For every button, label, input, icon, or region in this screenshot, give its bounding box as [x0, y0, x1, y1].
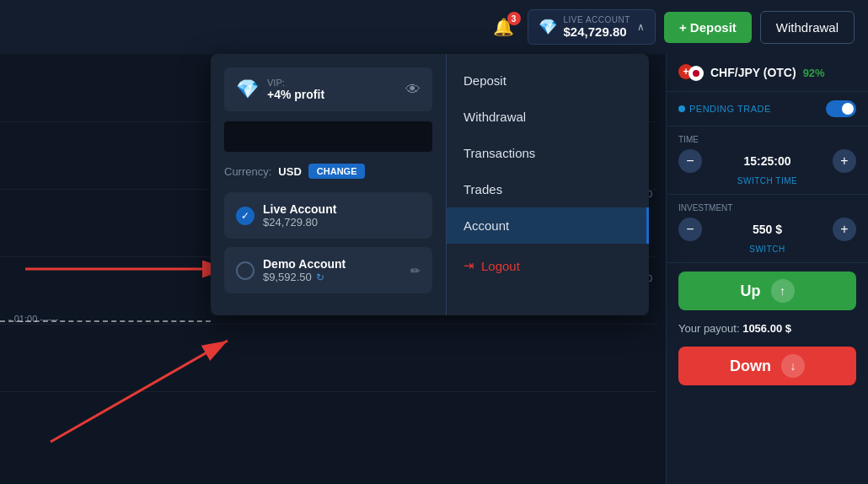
menu-item-withdrawal[interactable]: Withdrawal [447, 99, 649, 135]
eye-icon[interactable]: 👁 [405, 81, 421, 99]
switch-time-label[interactable]: SWITCH TIME [678, 176, 856, 186]
change-button[interactable]: CHANGE [308, 164, 366, 179]
withdrawal-button[interactable]: Withdrawal [760, 11, 855, 44]
menu-item-account[interactable]: Account [447, 207, 649, 244]
investment-increase-button[interactable]: + [833, 218, 856, 241]
account-dropdown-panel: 💎 VIP: +4% profit 👁 Currency: USD CHANGE… [211, 54, 649, 315]
pair-name: CHF/JPY (OTC) [710, 66, 796, 79]
investment-control-row: − 550 $ + [678, 218, 856, 241]
time-control-label: Time [678, 135, 856, 144]
dropdown-left: 💎 VIP: +4% profit 👁 Currency: USD CHANGE… [211, 54, 447, 315]
up-arrow-icon: ↑ [771, 279, 795, 303]
dropdown-right-menu: Deposit Withdrawal Transactions Trades A… [447, 54, 649, 315]
live-account-amount: $24,729.80 [263, 216, 421, 229]
time-decrease-button[interactable]: − [678, 149, 702, 173]
menu-item-deposit[interactable]: Deposit [447, 62, 649, 99]
live-account-amount: $24,729.80 [564, 24, 627, 39]
pending-trade-toggle[interactable] [826, 100, 856, 117]
pending-trade-label: PENDING TRADE [678, 104, 771, 114]
live-account-info-block: Live Account $24,729.80 [263, 202, 421, 229]
vip-diamond-icon: 💎 [236, 78, 259, 100]
grid-line [0, 391, 657, 392]
time-control-group: Time − 15:25:00 + SWITCH TIME [667, 126, 868, 195]
demo-account-amount: $9,592.50 ↻ [263, 271, 402, 283]
live-account-option[interactable]: ✓ Live Account $24,729.80 [224, 192, 432, 239]
menu-item-trades[interactable]: Trades [447, 171, 649, 207]
vip-info: 💎 VIP: +4% profit [236, 78, 324, 101]
vip-percent: +4% profit [267, 88, 324, 101]
demo-account-option[interactable]: Demo Account $9,592.50 ↻ ✏ [224, 247, 432, 293]
header: 🔔 3 💎 LIVE ACCOUNT $24,729.80 ∧ + Deposi… [0, 0, 868, 54]
empty-circle-icon [236, 261, 255, 280]
switch-label[interactable]: SWITCH [678, 245, 856, 254]
pending-trade-row: PENDING TRADE [667, 92, 868, 126]
time-value: 15:25:00 [707, 154, 828, 168]
pending-dot [678, 105, 685, 112]
diamond-icon: 💎 [538, 18, 557, 36]
menu-item-transactions[interactable]: Transactions [447, 135, 649, 171]
demo-account-info-block: Demo Account $9,592.50 ↻ [263, 257, 402, 283]
logout-arrow-icon: ⇥ [463, 258, 474, 273]
balance-bar [224, 121, 432, 152]
right-panel: CHF/JPY (OTC) 92% PENDING TRADE Time − 1… [666, 0, 868, 484]
edit-icon[interactable]: ✏ [410, 264, 421, 277]
refresh-icon[interactable]: ↻ [316, 272, 324, 283]
pair-flags [678, 64, 704, 81]
investment-decrease-button[interactable]: − [678, 218, 702, 241]
dashed-line [0, 320, 211, 322]
currency-row: Currency: USD CHANGE [224, 164, 432, 179]
jpy-flag [689, 66, 704, 81]
currency-label: Currency: [224, 165, 271, 178]
up-button[interactable]: Up ↑ [678, 272, 856, 310]
investment-control-group: Investment − 550 $ + SWITCH [667, 195, 868, 263]
grid-line [0, 324, 657, 325]
bell-button[interactable]: 🔔 3 [493, 17, 514, 37]
time-increase-button[interactable]: + [833, 149, 856, 173]
vip-section: 💎 VIP: +4% profit 👁 [224, 67, 432, 111]
live-account-name: Live Account [263, 202, 421, 216]
time-label: - 01:00 ------ [8, 314, 58, 324]
pair-header: CHF/JPY (OTC) 92% [667, 54, 868, 92]
vip-text-block: VIP: +4% profit [267, 78, 324, 101]
payout-value: 1056.00 $ [742, 322, 791, 335]
demo-account-name: Demo Account [263, 257, 402, 271]
live-account-dropdown[interactable]: 💎 LIVE ACCOUNT $24,729.80 ∧ [528, 9, 656, 45]
payout-row: Your payout: 1056.00 $ [667, 315, 868, 341]
down-arrow-icon: ↓ [781, 354, 805, 378]
investment-control-label: Investment [678, 203, 856, 212]
menu-item-logout[interactable]: ⇥ Logout [447, 247, 649, 284]
live-account-label: LIVE ACCOUNT [564, 15, 630, 24]
live-account-info: LIVE ACCOUNT $24,729.80 [564, 15, 630, 39]
bell-badge: 3 [507, 12, 521, 25]
currency-value: USD [278, 165, 301, 178]
down-button[interactable]: Down ↓ [678, 347, 856, 385]
deposit-button[interactable]: + Deposit [664, 12, 752, 43]
check-mark-icon: ✓ [241, 210, 249, 222]
vip-label: VIP: [267, 78, 324, 88]
investment-value: 550 $ [707, 223, 828, 236]
chevron-up-icon: ∧ [637, 21, 645, 33]
check-circle-icon: ✓ [236, 207, 255, 225]
time-control-row: − 15:25:00 + [678, 149, 856, 173]
pair-percent: 92% [803, 67, 825, 79]
